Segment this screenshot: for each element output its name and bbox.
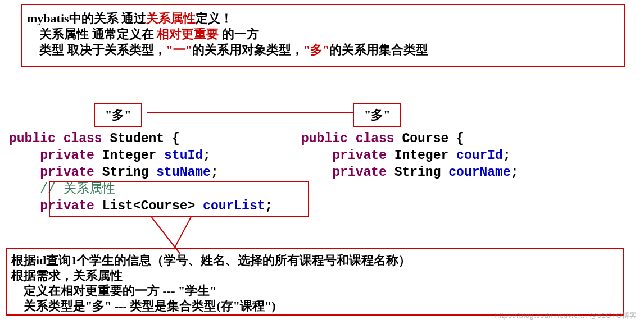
top-line-2: 关系属性 通常定义在 相对更重要 的一方 (27, 26, 620, 42)
top-explanation-box: mybatis中的关系 通过关系属性定义！ 关系属性 通常定义在 相对更重要 的… (21, 4, 625, 67)
many-label-left: "多" (94, 103, 142, 127)
bottom-explanation-box: 根据id查询1个学生的信息（学号、姓名、选择的所有课程号和课程名称） 根据需求，… (6, 248, 624, 316)
student-line-1: public class Student { (9, 130, 273, 147)
bottom-line-3: 定义在相对更重要的一方 --- "学生" (11, 283, 618, 298)
many-label-right: "多" (353, 103, 401, 127)
watermark: https://blog.csdn.net/wei... @51CTO博客 (495, 311, 637, 321)
relation-property-box (49, 181, 309, 217)
course-code-block: public class Course { private Integer co… (301, 130, 519, 181)
bottom-line-1: 根据id查询1个学生的信息（学号、姓名、选择的所有课程号和课程名称） (11, 253, 618, 268)
course-line-1: public class Course { (301, 130, 519, 147)
course-line-2: private Integer courId; (301, 147, 519, 164)
bottom-line-2: 根据需求，关系属性 (11, 268, 618, 283)
top-line-1: mybatis中的关系 通过关系属性定义！ (27, 11, 620, 26)
many-connector-line (147, 112, 353, 113)
course-line-3: private String courName; (301, 164, 519, 181)
student-line-3: private String stuName; (9, 164, 273, 181)
top-line-3: 类型 取决于关系类型，"一"的关系用对象类型，"多"的关系用集合类型 (27, 42, 620, 58)
student-line-2: private Integer stuId; (9, 147, 273, 164)
arrow-line-2 (174, 217, 192, 249)
